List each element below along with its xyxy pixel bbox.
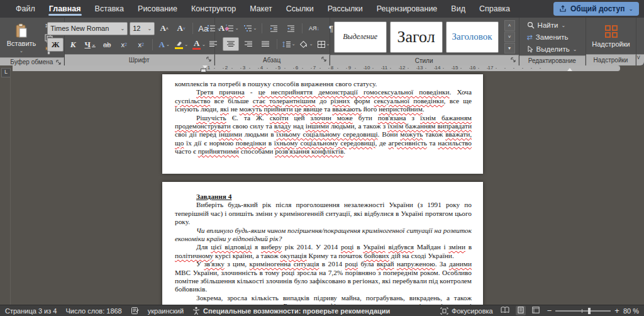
shrink-font-button[interactable]: А˅ (174, 22, 189, 35)
word-count[interactable]: Число слов: 1868 (65, 307, 121, 315)
text-effects-button[interactable]: А⌄ (157, 38, 172, 51)
print-layout-button[interactable] (516, 306, 526, 315)
tab-7[interactable]: Рассылки (321, 0, 370, 18)
grow-font-button[interactable]: А˄ (157, 22, 172, 35)
borders-button[interactable]: ⌄ (316, 38, 331, 50)
font-size-select[interactable]: 12⌄ (130, 22, 155, 35)
borders-icon (318, 41, 325, 48)
highlight-color-button[interactable]: ⌄ (174, 38, 189, 51)
tab-4[interactable]: Конструктор (184, 0, 243, 18)
font-dialog-launcher[interactable] (206, 57, 212, 62)
ruler-number: 16 (470, 65, 476, 71)
page-indicator[interactable]: Страница 3 из 4 (5, 307, 57, 315)
read-mode-button[interactable] (501, 307, 509, 315)
find-button[interactable]: Найти⌄ (527, 20, 577, 30)
styles-scroll-down-button[interactable]: ˅ (504, 31, 515, 42)
styles-scroll-up-button[interactable]: ˄ (504, 20, 515, 31)
ruler-number: 11 (382, 65, 387, 71)
sort-button[interactable]: АЯ↓ (306, 22, 321, 35)
align-center-button[interactable] (223, 37, 239, 51)
font-group-label: Шрифт (129, 57, 150, 64)
tab-5[interactable]: Макет (243, 0, 279, 18)
bullets-button[interactable]: ⌄ (206, 22, 222, 35)
accessibility-checker[interactable]: Специальные возможности: проверьте реком… (192, 307, 390, 315)
ruler-number: 3 (243, 65, 245, 71)
separator (152, 39, 153, 50)
select-button[interactable]: Выделить⌄ (527, 44, 577, 54)
share-button[interactable]: Общий доступ ⌄ (553, 2, 639, 16)
ruler-number: 6 (296, 65, 298, 71)
ruler-number: 14 (435, 65, 441, 71)
italic-button[interactable]: К (65, 38, 80, 51)
underline-button[interactable]: Ч⌄ (82, 38, 97, 51)
decrease-indent-button[interactable] (266, 22, 281, 35)
tab-6[interactable]: Ссылки (279, 0, 321, 18)
editing-group-label: Редактирование (528, 57, 576, 64)
subscript-button[interactable]: x2 (116, 38, 131, 51)
zoom-slider-thumb[interactable] (588, 308, 591, 314)
font-family-select[interactable]: Times New Roman⌄ (47, 22, 128, 35)
tab-10[interactable]: Справка (472, 0, 517, 18)
style-card-emphasis[interactable]: Выделение (334, 21, 387, 53)
font-family-value: Times New Roman (50, 25, 109, 32)
strikethrough-button[interactable]: ab (99, 38, 114, 51)
multilevel-list-icon (243, 25, 252, 32)
select-label: Выделить (536, 45, 570, 53)
styles-dialog-launcher[interactable] (511, 57, 516, 63)
zoom-slider[interactable] (555, 310, 611, 312)
document-area: комплексів та потребі в пошуку способів … (0, 71, 644, 305)
replace-button[interactable]: ⇄ Заменить (527, 32, 577, 42)
bold-button[interactable]: Ж (47, 38, 64, 52)
decrease-indent-icon (270, 25, 278, 32)
web-layout-icon (532, 307, 540, 313)
numbering-button[interactable]: ⌄ (224, 22, 240, 35)
tab-3[interactable]: Рисование (131, 0, 184, 18)
accessibility-label: Специальные возможности: проверьте реком… (203, 307, 390, 315)
web-layout-button[interactable] (532, 307, 540, 315)
clipboard-icon (15, 23, 28, 38)
increase-indent-button[interactable] (283, 22, 298, 35)
collapse-ribbon-button[interactable]: ˅ (636, 54, 640, 61)
align-left-icon (209, 41, 217, 47)
zoom-out-button[interactable]: − (547, 306, 552, 315)
tab-1[interactable]: Главная (42, 0, 88, 18)
zoom-level[interactable]: 80 % (623, 307, 639, 315)
font-color-button[interactable]: А ⌄ (191, 38, 207, 51)
cursor-arrow-icon (527, 45, 533, 53)
tab-2[interactable]: Вставка (88, 0, 131, 18)
document-page-4[interactable]: Завдання 4Виберіть будь-який рік після п… (162, 182, 483, 305)
proofing-status[interactable] (131, 307, 139, 315)
clipboard-dialog-launcher[interactable] (56, 60, 62, 65)
tab-0[interactable]: Файл (9, 0, 42, 18)
style-card-title[interactable]: Загол (390, 21, 443, 53)
ruler-number: 17 (488, 65, 494, 71)
paste-button[interactable]: Вставить ⌄ (4, 21, 39, 56)
paint-bucket-icon (300, 41, 308, 48)
zoom-in-button[interactable]: + (614, 306, 619, 315)
line-spacing-button[interactable]: ⌄ (281, 38, 297, 50)
superscript-button[interactable]: x2 (133, 38, 148, 51)
style-card-heading[interactable]: Заголовок (446, 21, 499, 53)
styles-more-button[interactable]: ▾ (504, 43, 515, 54)
replace-icon: ⇄ (527, 33, 533, 42)
addins-button[interactable]: Надстройки (591, 25, 632, 48)
shading-button[interactable]: ⌄ (299, 38, 314, 50)
font-group: Times New Roman⌄ 12⌄ А˄ А˅ Aa⌄ А◆ Ж К (65, 18, 215, 65)
highlighter-icon (175, 40, 183, 49)
ruler-number: 15 (453, 65, 458, 71)
align-left-button[interactable] (206, 38, 221, 50)
paragraph: Зокрема, зросла кількість випадків підри… (175, 294, 472, 305)
styles-group: Выделение Загол Заголовок ˄ ˅ ▾ Стили (330, 18, 519, 65)
justify-button[interactable] (258, 38, 273, 50)
paragraph-dialog-launcher[interactable] (321, 57, 327, 62)
language-indicator[interactable]: украинский (148, 307, 184, 315)
multilevel-list-button[interactable]: ⌄ (242, 22, 258, 35)
tab-9[interactable]: Вид (444, 0, 472, 18)
tab-8[interactable]: Рецензирование (370, 0, 445, 18)
focus-label: Фокусировка (452, 307, 493, 315)
align-right-button[interactable] (241, 38, 256, 50)
ruler-number: 2 (225, 65, 228, 71)
document-page-3[interactable]: комплексів та потребі в пошуку способів … (162, 74, 483, 174)
paste-label: Вставить (7, 40, 36, 47)
focus-mode-button[interactable]: Фокусировка (440, 307, 493, 315)
